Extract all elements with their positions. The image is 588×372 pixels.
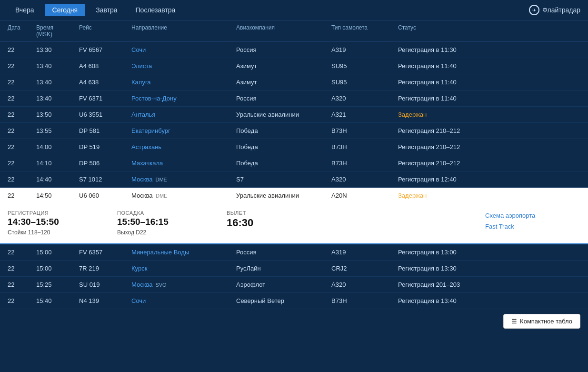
row-flight: SU 019 <box>79 281 131 288</box>
table-row[interactable]: 22 15:00 7R 219 Курск РусЛайн CRJ2 Регис… <box>0 261 588 277</box>
row-aircraft: А320 <box>331 281 398 288</box>
row-dest: Москва SVO <box>131 281 236 288</box>
row-aircraft: А319 <box>331 46 398 53</box>
row-status: Регистрация в 12:40 <box>398 176 580 183</box>
exp-date: 22 <box>8 192 36 199</box>
row-airline: Азимут <box>236 79 331 86</box>
compact-table-button[interactable]: ☰ Компактное табло <box>503 314 580 329</box>
bottom-bar: ☰ Компактное табло <box>0 309 588 333</box>
row-time: 15:00 <box>36 249 79 256</box>
exp-time: 14:50 <box>36 192 79 199</box>
table-row[interactable]: 22 13:40 А4 638 Калуга Азимут SU95 Регис… <box>0 74 588 90</box>
row-dest: Курск <box>131 265 236 272</box>
row-dest: Сочи <box>131 46 236 53</box>
detail-links: Схема аэропорта Fast Track <box>485 210 580 230</box>
row-aircraft: B73H <box>331 127 398 134</box>
row-aircraft: А320 <box>331 95 398 102</box>
row-date: 22 <box>8 127 36 134</box>
nav-dayafter[interactable]: Послезавтра <box>128 4 183 16</box>
detail-boarding: ПОСАДКА 15:50–16:15 Выход D22 <box>117 210 222 236</box>
row-flight: FV 6567 <box>79 46 131 53</box>
exp-flight: U6 060 <box>79 192 131 199</box>
exp-dest-city: Москва <box>131 192 152 199</box>
table-row[interactable]: 22 15:25 SU 019 Москва SVO Аэрофлот А320… <box>0 277 588 293</box>
col-airline: Авиакомпания <box>236 24 331 38</box>
row-airline: Победа <box>236 127 331 134</box>
nav-tomorrow[interactable]: Завтра <box>88 4 125 16</box>
row-date: 22 <box>8 160 36 167</box>
row-date: 22 <box>8 79 36 86</box>
row-time: 13:40 <box>36 62 79 70</box>
row-flight: S7 1012 <box>79 176 131 183</box>
exp-dest-dme: DME <box>156 193 167 199</box>
row-status: Регистрация в 11:40 <box>398 79 580 86</box>
row-flight: 7R 219 <box>79 265 131 272</box>
dest-dme: DME <box>154 177 167 182</box>
dest-dme: SVO <box>154 282 166 288</box>
exp-airline: Уральские авиалинии <box>236 192 331 199</box>
table-row[interactable]: 22 15:40 N4 139 Сочи Северный Ветер B73H… <box>0 293 588 309</box>
row-flight: А4 638 <box>79 79 131 86</box>
table-row[interactable]: 22 14:10 DP 506 Махачкала Победа B73H Ре… <box>0 155 588 171</box>
row-time: 15:25 <box>36 281 79 288</box>
nav-today[interactable]: Сегодня <box>45 4 86 16</box>
row-dest: Ростов-на-Дону <box>131 95 236 102</box>
dest-city: Калуга <box>131 79 151 86</box>
table-row[interactable]: 22 14:40 S7 1012 Москва DME S7 А320 Реги… <box>0 171 588 188</box>
row-airline: Победа <box>236 160 331 167</box>
row-status: Регистрация в 11:40 <box>398 95 580 102</box>
dest-city: Минеральные Воды <box>131 249 189 256</box>
row-date: 22 <box>8 297 36 304</box>
row-flight: А4 608 <box>79 62 131 70</box>
table-row[interactable]: 22 13:55 DP 581 Екатеринбург Победа B73H… <box>0 123 588 139</box>
row-aircraft: А320 <box>331 176 398 183</box>
row-airline: S7 <box>236 176 331 183</box>
dest-city: Анталья <box>131 111 155 118</box>
col-time: Время(MSK) <box>36 24 79 38</box>
table-row[interactable]: 22 14:00 DP 519 Астрахань Победа B73H Ре… <box>0 139 588 155</box>
table-row[interactable]: 22 13:50 U6 3551 Анталья Уральские авиал… <box>0 107 588 123</box>
table-row[interactable]: 22 15:00 FV 6357 Минеральные Воды Россия… <box>0 244 588 261</box>
counters: Стойки 118–120 <box>8 229 112 236</box>
row-time: 15:40 <box>36 297 79 304</box>
table-row[interactable]: 22 13:40 FV 6371 Ростов-на-Дону Россия А… <box>0 90 588 107</box>
detail-registration: РЕГИСТРАЦИЯ 14:30–15:50 Стойки 118–120 <box>8 210 112 236</box>
gate: Выход D22 <box>117 229 222 236</box>
nav-buttons: Вчера Сегодня Завтра Послезавтра <box>8 4 183 16</box>
row-date: 22 <box>8 111 36 118</box>
table-row[interactable]: 22 13:30 FV 6567 Сочи Россия А319 Регист… <box>0 42 588 58</box>
fast-track-link[interactable]: Fast Track <box>485 223 514 230</box>
dest-city: Сочи <box>131 297 146 304</box>
row-dest: Калуга <box>131 79 236 86</box>
expanded-row[interactable]: 22 14:50 U6 060 Москва DME Уральские ави… <box>0 188 588 203</box>
row-date: 22 <box>8 95 36 102</box>
row-airline: Азимут <box>236 62 331 70</box>
row-flight: FV 6357 <box>79 249 131 256</box>
row-flight: FV 6371 <box>79 95 131 102</box>
dest-city: Курск <box>131 265 147 272</box>
airport-map-link[interactable]: Схема аэропорта <box>485 212 535 219</box>
row-date: 22 <box>8 62 36 70</box>
col-destination: Направление <box>131 24 236 38</box>
top-nav: Вчера Сегодня Завтра Послезавтра ✈ Флайт… <box>0 0 588 20</box>
row-date: 22 <box>8 176 36 183</box>
row-time: 14:40 <box>36 176 79 183</box>
dest-city: Сочи <box>131 46 146 53</box>
row-time: 13:55 <box>36 127 79 134</box>
dep-label: ВЫЛЕТ <box>227 210 322 216</box>
board-label: ПОСАДКА <box>117 210 222 216</box>
row-status: Регистрация в 11:30 <box>398 46 580 53</box>
row-aircraft: SU95 <box>331 79 398 86</box>
dest-city: Ростов-на-Дону <box>131 95 177 102</box>
nav-yesterday[interactable]: Вчера <box>8 4 42 16</box>
exp-status: Задержан <box>398 192 580 199</box>
row-time: 13:40 <box>36 79 79 86</box>
row-time: 13:40 <box>36 95 79 102</box>
row-date: 22 <box>8 281 36 288</box>
row-aircraft: А319 <box>331 249 398 256</box>
row-time: 15:00 <box>36 265 79 272</box>
table-row[interactable]: 22 13:40 А4 608 Элиста Азимут SU95 Регис… <box>0 58 588 74</box>
row-flight: DP 506 <box>79 160 131 167</box>
compact-label: Компактное табло <box>520 318 572 325</box>
expanded-detail: РЕГИСТРАЦИЯ 14:30–15:50 Стойки 118–120 П… <box>0 203 588 244</box>
